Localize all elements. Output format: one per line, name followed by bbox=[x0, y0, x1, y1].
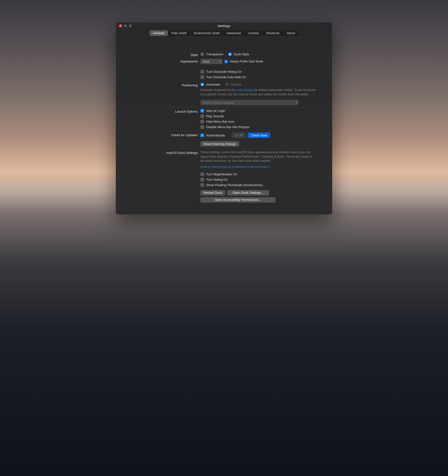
chevron-updown-icon: ▲▼ bbox=[296, 101, 297, 104]
window-title: Settings bbox=[218, 24, 230, 28]
magnification-checkbox[interactable] bbox=[200, 172, 204, 176]
settings-window: Settings General Files Shelf Screenshots… bbox=[116, 22, 332, 214]
positioning-help: Dockside is placed on the main display b… bbox=[200, 88, 316, 97]
tab-shortcuts[interactable]: Shortcuts bbox=[263, 30, 283, 36]
positioning-automatic-radio[interactable] bbox=[200, 83, 204, 86]
hiding-label: Turn Dockside Hiding On bbox=[206, 70, 242, 74]
always-dark-label: Always Prefer Dark Mode bbox=[230, 60, 263, 63]
always-dark-checkbox[interactable] bbox=[224, 60, 228, 63]
tab-files-shelf[interactable]: Files Shelf bbox=[168, 30, 190, 36]
style-dock-label: Dock-Style bbox=[234, 52, 249, 56]
start-login-label: Start at Login bbox=[206, 109, 225, 113]
positioning-manual-label: Manual bbox=[231, 83, 241, 86]
disable-popups-label: Disable Menu Bar Info Popups bbox=[206, 125, 249, 129]
appearance-row: Appearance: Dark ▲▼ Always Prefer Dark M… bbox=[125, 59, 323, 79]
start-login-checkbox[interactable] bbox=[200, 109, 204, 113]
style-label: Style: bbox=[125, 52, 198, 57]
restart-dock-button[interactable]: Restart Dock bbox=[200, 190, 225, 195]
appearance-label: Appearance: bbox=[125, 59, 198, 63]
disable-popups-checkbox[interactable] bbox=[200, 125, 204, 129]
close-button[interactable] bbox=[119, 24, 122, 27]
dock-hiding-checkbox[interactable] bbox=[200, 178, 204, 181]
style-dock-radio[interactable] bbox=[228, 52, 232, 56]
updates-auto-checkbox[interactable] bbox=[200, 134, 204, 137]
autofade-label: Turn Dockside Auto-fade On bbox=[206, 75, 246, 79]
open-dock-settings-button[interactable]: Open Dock Settings... bbox=[227, 190, 269, 195]
hiding-checkbox[interactable] bbox=[200, 70, 204, 74]
launch-row: Launch Options: Start at Login Play Soun… bbox=[125, 109, 323, 129]
thumbnail-checkbox[interactable] bbox=[200, 183, 204, 187]
hide-menubar-checkbox[interactable] bbox=[200, 120, 204, 123]
thumbnail-label: Show Floating Thumbnail (Screenshots) bbox=[206, 183, 263, 187]
positioning-manual-radio[interactable] bbox=[225, 83, 229, 86]
style-transparent-label: Transparent bbox=[206, 52, 223, 56]
display-select-value: Built-in Retina Display bbox=[203, 101, 234, 104]
tab-general[interactable]: General bbox=[149, 30, 168, 36]
updates-row: Check for Updates: Automatically 1.9.19 … bbox=[125, 133, 323, 147]
tab-about[interactable]: About bbox=[283, 30, 299, 36]
version-badge: 1.9.19 bbox=[232, 133, 245, 138]
appearance-select-value: Dark bbox=[203, 60, 209, 63]
magnification-label: Turn Magnification On bbox=[206, 172, 237, 176]
tab-license[interactable]: License bbox=[244, 30, 263, 36]
dock-move-help-link[interactable]: How to move Dock to a different screen/m… bbox=[200, 165, 272, 169]
positioning-row: Positioning: Automatic Manual Dockside i… bbox=[125, 83, 323, 105]
tab-screenshots-shelf[interactable]: Screenshots Shelf bbox=[190, 30, 223, 36]
check-now-button[interactable]: Check Now bbox=[248, 133, 270, 138]
updates-auto-label: Automatically bbox=[206, 134, 225, 137]
reset-dialogs-button[interactable]: Reset Warning Dialogs bbox=[200, 141, 239, 147]
tab-advanced[interactable]: Advanced bbox=[223, 30, 244, 36]
play-sounds-label: Play Sounds bbox=[206, 114, 224, 118]
appearance-select[interactable]: Dark ▲▼ bbox=[200, 59, 223, 64]
minimize-button[interactable] bbox=[124, 24, 127, 27]
dock-row: macOS Dock Settings: These settings cont… bbox=[125, 150, 323, 203]
display-select[interactable]: Built-in Retina Display ▲▼ bbox=[200, 100, 299, 105]
general-pane: Style: Transparent Dock-Style Appearance… bbox=[119, 37, 329, 211]
autofade-checkbox[interactable] bbox=[200, 75, 204, 79]
updates-label: Check for Updates: bbox=[125, 133, 198, 137]
play-sounds-checkbox[interactable] bbox=[200, 114, 204, 118]
titlebar: Settings bbox=[116, 22, 332, 29]
positioning-label: Positioning: bbox=[125, 83, 198, 87]
dock-hiding-label: Turn Hiding On bbox=[206, 178, 228, 181]
launch-label: Launch Options: bbox=[125, 109, 198, 113]
zoom-button[interactable] bbox=[129, 24, 132, 27]
tab-bar: General Files Shelf Screenshots Shelf Ad… bbox=[116, 29, 332, 37]
positioning-automatic-label: Automatic bbox=[206, 83, 220, 86]
dock-label: macOS Dock Settings: bbox=[125, 150, 198, 155]
open-accessibility-button[interactable]: Open Accessibility Permissions... bbox=[200, 197, 275, 203]
hide-menubar-label: Hide Menu Bar Icon bbox=[206, 120, 234, 123]
dock-help: These settings control the macOS Dock ap… bbox=[200, 150, 316, 163]
style-transparent-radio[interactable] bbox=[200, 52, 204, 56]
main-display-link[interactable]: main display bbox=[236, 88, 253, 92]
traffic-lights bbox=[119, 22, 132, 29]
chevron-updown-icon: ▲▼ bbox=[219, 60, 221, 63]
style-row: Style: Transparent Dock-Style bbox=[125, 52, 323, 57]
